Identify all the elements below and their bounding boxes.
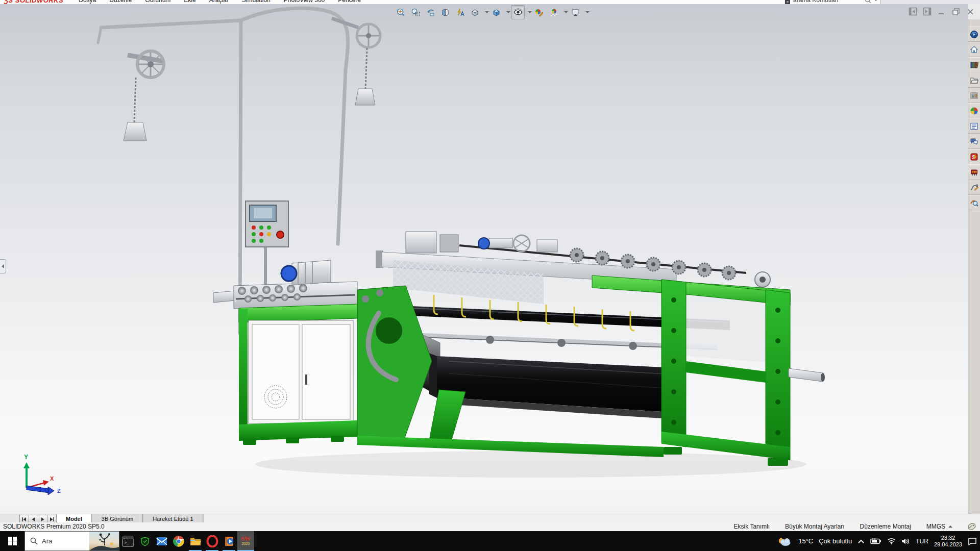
annotation-views-button[interactable] <box>453 5 467 19</box>
control-panel[interactable] <box>246 201 288 293</box>
display-style-dropdown-icon[interactable] <box>504 6 510 19</box>
document-tab-bar: Model 3B Görünüm Hareket Etüdü 1 <box>0 514 980 523</box>
collapse-pane-left-button[interactable] <box>908 7 918 16</box>
taskpane-tab-forum[interactable] <box>968 134 980 149</box>
tray-overflow-chevron-icon[interactable] <box>857 539 865 544</box>
search-highlight-image[interactable] <box>89 532 119 550</box>
taskpane-tab-custom-properties[interactable] <box>968 118 980 134</box>
menu-araclar[interactable]: Araçlar <box>209 0 229 4</box>
tags-icon[interactable] <box>968 523 976 530</box>
taskpane-tab-electrical[interactable] <box>968 164 980 180</box>
command-search[interactable]: arama Komutları <box>793 0 878 4</box>
svg-text:Y: Y <box>24 454 28 461</box>
taskpane-tab-solidworks-resources[interactable] <box>968 27 980 42</box>
headsup-toolbar <box>394 5 589 20</box>
taskpane-tab-routing[interactable] <box>968 180 980 195</box>
start-button[interactable] <box>0 531 24 551</box>
hide-show-items-button[interactable] <box>511 5 525 19</box>
svg-text:C:\_: C:\_ <box>124 537 129 539</box>
collapse-pane-right-button[interactable] <box>922 7 932 16</box>
menu-gorunum[interactable]: Görünüm <box>145 0 170 4</box>
zoom-to-fit-button[interactable] <box>394 5 408 19</box>
tab-bar-filler <box>203 514 980 523</box>
weather-icon[interactable] <box>778 536 793 547</box>
status-large-assembly-settings[interactable]: Büyük Montaj Ayarları <box>785 523 845 530</box>
menu-simulation[interactable]: Simulation <box>242 0 271 4</box>
minimize-button[interactable] <box>937 7 946 16</box>
toolbar-overflow-chevron-icon[interactable]: » <box>785 0 790 4</box>
svg-text:X: X <box>50 475 54 482</box>
tray-language[interactable]: TUR <box>916 538 928 545</box>
taskpane-tab-xpress-tools[interactable]: S <box>968 149 980 164</box>
tray-temperature[interactable]: 15°C <box>798 537 813 545</box>
menu-pencere[interactable]: Pencere <box>338 0 361 4</box>
status-under-defined: Eksik Tanımlı <box>734 523 770 530</box>
view-settings-dropdown-icon[interactable] <box>583 6 589 19</box>
taskbar-app-file-explorer[interactable] <box>187 531 204 551</box>
hide-show-items-dropdown-icon[interactable] <box>526 6 531 19</box>
menu-ekle[interactable]: Ekle <box>184 0 195 4</box>
collection-tray <box>429 353 685 420</box>
tray-date: 29.04.2023 <box>934 541 962 548</box>
taskbar-apps: C:\_>_ SW2020 <box>119 531 254 551</box>
menu-photoview[interactable]: PhotoView 360 <box>284 0 325 4</box>
tray-time: 23:32 <box>934 535 962 541</box>
view-settings-button[interactable] <box>569 5 582 19</box>
section-view-button[interactable] <box>438 5 452 19</box>
search-dropdown-icon[interactable] <box>874 0 878 1</box>
action-center-icon[interactable] <box>968 537 977 545</box>
command-search-label[interactable]: arama Komutları <box>793 0 853 4</box>
wire-straightener[interactable] <box>213 260 357 309</box>
battery-icon[interactable] <box>870 538 881 545</box>
apply-scene-button[interactable] <box>547 5 561 19</box>
search-icon[interactable] <box>865 0 871 4</box>
taskbar-search-icon <box>30 537 38 545</box>
tab-motion-study[interactable]: Hareket Etüdü 1 <box>143 514 203 523</box>
wifi-icon[interactable] <box>887 538 896 544</box>
status-bar: SOLIDWORKS Premium 2020 SP5.0 Eksik Tanı… <box>0 522 980 531</box>
menu-bar: ƷS SOLIDWORKS Dosya Düzenle Görünüm Ekle… <box>0 0 980 4</box>
apply-scene-dropdown-icon[interactable] <box>562 6 568 19</box>
view-orientation-button[interactable] <box>468 5 482 19</box>
base-cabinet[interactable] <box>239 304 357 445</box>
taskbar-app-command-prompt[interactable]: C:\_>_ <box>119 531 136 551</box>
solidworks-logo: ƷS SOLIDWORKS <box>4 0 63 4</box>
taskbar-app-mail[interactable] <box>153 531 170 551</box>
volume-icon[interactable] <box>901 538 910 545</box>
menu-dosya[interactable]: Dosya <box>79 0 96 4</box>
zoom-to-area-button[interactable] <box>409 5 423 19</box>
restore-button[interactable] <box>951 7 961 16</box>
taskpane-tab-inspection[interactable] <box>968 195 980 210</box>
taskpane-tab-design-library[interactable] <box>968 57 980 72</box>
edit-appearance-button[interactable] <box>532 5 546 19</box>
featuremanager-collapsed-tab[interactable] <box>0 259 6 273</box>
tray-clock[interactable]: 23:32 29.04.2023 <box>934 535 962 548</box>
view-orientation-dropdown-icon[interactable] <box>483 6 488 19</box>
taskbar-app-solidworks[interactable]: SW2020 <box>237 531 254 551</box>
taskpane-tab-appearances[interactable] <box>968 103 980 118</box>
taskpane-tab-home[interactable] <box>968 42 980 57</box>
orientation-triad: Y X Z <box>23 454 61 495</box>
units-caret-icon <box>948 525 952 528</box>
tab-model[interactable]: Model <box>56 514 92 523</box>
taskbar-app-opera[interactable] <box>204 531 220 551</box>
previous-view-button[interactable] <box>424 5 437 19</box>
taskbar-app-chrome[interactable] <box>170 531 187 551</box>
display-style-button[interactable] <box>489 5 503 19</box>
machine-model[interactable]: Y X Z <box>0 4 968 514</box>
unit-system-selector[interactable]: MMGS <box>926 523 952 530</box>
svg-text:>_: >_ <box>124 540 129 545</box>
taskpane-tab-file-explorer[interactable] <box>968 72 980 88</box>
tab-3d-view[interactable]: 3B Görünüm <box>92 514 143 523</box>
taskbar-search-box[interactable]: Ara <box>24 531 119 551</box>
taskpane-tab-view-palette[interactable] <box>968 88 980 103</box>
taskbar-app-security[interactable] <box>136 531 153 551</box>
close-button[interactable] <box>965 7 975 16</box>
status-editing-assembly: Düzenleme Montaj <box>860 523 911 530</box>
viewport-3d[interactable]: Y X Z <box>0 4 968 514</box>
tray-weather-desc[interactable]: Çok bulutlu <box>819 537 852 545</box>
taskbar-app-movies-tv[interactable] <box>220 531 237 551</box>
menu-duzenle[interactable]: Düzenle <box>109 0 132 4</box>
task-pane: S <box>968 19 980 514</box>
window-controls <box>908 7 975 16</box>
